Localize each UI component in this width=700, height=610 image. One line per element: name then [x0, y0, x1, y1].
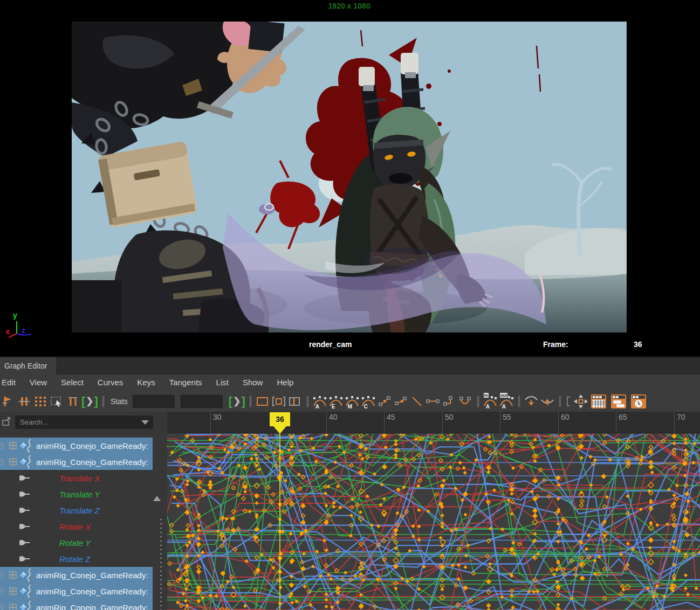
node-label: animRig_Conejo_GameReady:	[36, 587, 152, 596]
anim-curve-icon	[25, 439, 33, 453]
outliner-attr-row[interactable]: Translate Z	[0, 502, 153, 518]
slider-handle[interactable]	[306, 395, 310, 408]
spline-tangent-icon[interactable]	[378, 393, 392, 410]
collapse-icon[interactable]	[0, 442, 4, 449]
animation-curves	[167, 434, 700, 610]
pin-channel-icon[interactable]	[19, 522, 31, 531]
plateau-tangent-icon[interactable]	[458, 393, 473, 410]
dope-sheet-button[interactable]	[589, 393, 608, 410]
axis-gizmo: y x z	[2, 309, 36, 341]
attr-label: Rotate X	[59, 522, 91, 531]
graph-editor-content: animRig_Conejo_GameReady:animRig_Conejo_…	[0, 412, 700, 610]
outliner-attr-row[interactable]: Translate Y	[0, 486, 153, 502]
axis-y-label: y	[13, 311, 17, 320]
expand-grid-icon[interactable]	[9, 604, 17, 610]
outliner-attr-row[interactable]: Translate X	[0, 470, 153, 486]
search-row	[0, 412, 167, 433]
slider-handle[interactable]	[476, 395, 480, 408]
frame-all-icon[interactable]	[256, 393, 270, 410]
pin-channel-icon[interactable]	[19, 490, 31, 499]
time-editor-button[interactable]	[629, 393, 648, 410]
clamped-tangent-icon[interactable]	[394, 393, 408, 410]
expand-grid-icon[interactable]	[9, 571, 17, 579]
curve-canvas[interactable]	[167, 434, 700, 610]
attr-label: Rotate Y	[59, 538, 91, 547]
anim-curve-icon	[25, 455, 33, 469]
lattice-deform-keys-icon[interactable]	[33, 393, 47, 410]
render-viewport[interactable]	[72, 22, 627, 332]
anim-curve-icon	[25, 584, 33, 598]
outliner-attr-row[interactable]: Rotate Y	[0, 535, 153, 551]
out-tangent-auto-icon[interactable]: out A	[499, 393, 514, 410]
normalize-curve-toggle-icon[interactable]: [❯]	[81, 396, 98, 407]
insert-key-tool-icon[interactable]	[17, 393, 31, 410]
pin-channel-icon[interactable]	[19, 538, 31, 547]
linear-tangent-icon[interactable]	[410, 393, 424, 410]
collapse-icon[interactable]	[0, 604, 4, 610]
outliner-node-row[interactable]: animRig_Conejo_GameReady:	[0, 583, 153, 599]
swap-buffer-curve-icon[interactable]	[540, 393, 555, 410]
frame-playback-range-icon[interactable]	[288, 393, 303, 410]
menu-show[interactable]: Show	[236, 375, 270, 391]
menu-tangents[interactable]: Tangents	[162, 375, 209, 391]
outliner-node-row[interactable]: animRig_Conejo_GameReady:	[0, 567, 153, 583]
expand-grid-icon[interactable]	[9, 442, 17, 449]
ruler-tick: 70	[674, 412, 675, 433]
attr-label: Rotate Z	[59, 554, 91, 564]
trax-editor-button[interactable]	[609, 393, 628, 410]
auto-ease-tangent-icon[interactable]: E	[329, 393, 344, 410]
buffer-curve-snapshot-icon[interactable]	[524, 393, 539, 410]
flat-tangent-icon[interactable]	[426, 393, 441, 410]
current-frame-marker[interactable]: 36	[270, 412, 290, 426]
slider-handle[interactable]	[101, 395, 105, 408]
ruler-tick: 65	[616, 412, 616, 433]
menu-select[interactable]: Select	[54, 375, 91, 391]
expand-grid-icon[interactable]	[9, 458, 17, 466]
pan-view-icon[interactable]	[573, 393, 588, 410]
menu-edit[interactable]: Edit	[0, 375, 23, 391]
panel-resize-handle[interactable]	[160, 519, 162, 610]
menu-list[interactable]: List	[209, 375, 236, 391]
frame-selection-icon[interactable]	[272, 393, 286, 410]
pin-channel-icon[interactable]	[19, 506, 31, 515]
stat-time-field[interactable]	[133, 395, 175, 408]
pin-selection-icon[interactable]	[1, 417, 12, 427]
slider-handle[interactable]	[517, 395, 521, 408]
graph-editor-tab[interactable]: Graph Editor	[0, 357, 56, 375]
move-key-tool-icon[interactable]	[1, 393, 15, 410]
scrollbar-up-arrow[interactable]	[153, 496, 161, 501]
collapse-icon[interactable]	[0, 571, 4, 579]
ruler-tick: 45	[384, 412, 385, 433]
auto-custom-tangent-icon[interactable]: C	[361, 393, 376, 410]
pin-channel-icon[interactable]	[19, 474, 31, 483]
attr-label: Translate Y	[59, 490, 100, 499]
pin-channel-icon[interactable]	[19, 554, 31, 564]
auto-mix-tangent-icon[interactable]: M	[345, 393, 360, 410]
collapse-icon[interactable]	[0, 458, 4, 466]
menu-help[interactable]: Help	[270, 375, 300, 391]
isolate-curve-toggle-icon[interactable]: [❯]	[229, 396, 245, 407]
camera-name-label: render_cam	[309, 340, 352, 349]
collapse-icon[interactable]	[0, 587, 4, 595]
stat-value-field[interactable]	[181, 395, 223, 408]
slider-handle[interactable]	[558, 395, 562, 408]
outliner-attr-row[interactable]: Rotate X	[0, 518, 153, 535]
attr-label: Translate X	[59, 474, 100, 483]
retime-tool-icon[interactable]	[65, 393, 80, 410]
time-ruler[interactable]: 304045505560657036	[167, 412, 700, 433]
menu-curves[interactable]: Curves	[91, 375, 131, 391]
in-tangent-auto-icon[interactable]: in A	[483, 393, 498, 410]
search-input[interactable]	[15, 415, 153, 429]
auto-tangent-icon[interactable]: A	[313, 393, 327, 410]
outliner-node-row[interactable]: animRig_Conejo_GameReady:	[0, 454, 153, 470]
menu-view[interactable]: View	[23, 375, 54, 391]
region-select-tool-icon[interactable]	[49, 393, 64, 410]
menu-keys[interactable]: Keys	[130, 375, 162, 391]
slider-handle[interactable]	[249, 395, 252, 408]
step-tangent-icon[interactable]	[442, 393, 457, 410]
outliner-node-row[interactable]: animRig_Conejo_GameReady:	[0, 599, 153, 610]
outliner-attr-row[interactable]: Rotate Z	[0, 551, 153, 567]
outliner-node-row[interactable]: animRig_Conejo_GameReady:	[0, 438, 153, 454]
expand-grid-icon[interactable]	[9, 587, 17, 595]
ruler-tick: 40	[326, 412, 327, 433]
